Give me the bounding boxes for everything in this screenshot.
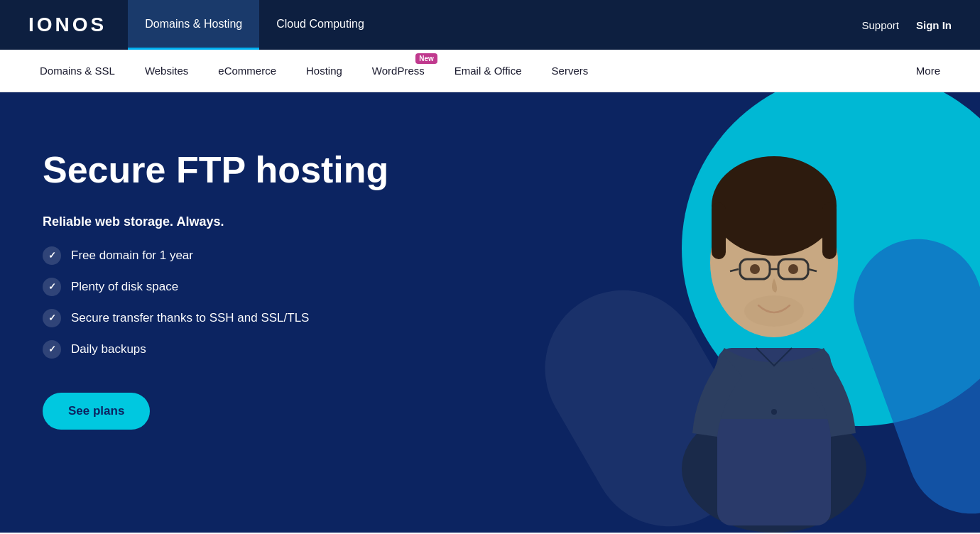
nav-item-websites[interactable]: Websites — [134, 59, 200, 82]
nav-item-wordpress[interactable]: WordPress New — [361, 59, 436, 82]
feature-item-1: Free domain for 1 year — [43, 246, 388, 265]
hero-subtitle: Reliable web storage. Always. — [43, 214, 388, 229]
hero-person-image — [639, 121, 909, 533]
see-plans-button[interactable]: See plans — [43, 393, 150, 430]
nav-item-email-office[interactable]: Email & Office — [443, 59, 533, 82]
person-svg — [639, 121, 909, 533]
feature-list: Free domain for 1 year Plenty of disk sp… — [43, 246, 388, 359]
svg-rect-5 — [822, 202, 837, 259]
svg-point-13 — [744, 295, 804, 327]
hero-content: Secure FTP hosting Reliable web storage.… — [43, 149, 388, 430]
check-icon-4 — [43, 340, 61, 359]
hero-title: Secure FTP hosting — [43, 149, 388, 192]
feature-text-2: Plenty of disk space — [71, 280, 178, 294]
feature-text-1: Free domain for 1 year — [71, 249, 193, 263]
nav-item-domains-ssl[interactable]: Domains & SSL — [28, 59, 126, 82]
secondary-navigation: Domains & SSL Websites eCommerce Hosting… — [0, 50, 980, 92]
feature-item-2: Plenty of disk space — [43, 278, 388, 296]
top-navigation: IONOS Domains & Hosting Cloud Computing … — [0, 0, 980, 50]
top-nav-tab-domains[interactable]: Domains & Hosting — [128, 0, 259, 50]
signin-button[interactable]: Sign In — [916, 19, 952, 31]
svg-point-3 — [712, 156, 837, 256]
nav-item-servers[interactable]: Servers — [540, 59, 600, 82]
support-link[interactable]: Support — [861, 19, 899, 31]
svg-point-14 — [771, 409, 777, 415]
check-icon-2 — [43, 278, 61, 296]
top-nav-right: Support Sign In — [861, 19, 952, 31]
nav-item-hosting[interactable]: Hosting — [295, 59, 354, 82]
secondary-nav-items: Domains & SSL Websites eCommerce Hosting… — [28, 59, 599, 82]
check-icon-3 — [43, 309, 61, 327]
hero-background — [483, 92, 980, 533]
svg-point-12 — [788, 264, 798, 274]
feature-item-3: Secure transfer thanks to SSH and SSL/TL… — [43, 309, 388, 327]
more-button[interactable]: More — [905, 59, 952, 82]
feature-text-3: Secure transfer thanks to SSH and SSL/TL… — [71, 311, 309, 325]
brand-logo[interactable]: IONOS — [28, 13, 107, 36]
feature-item-4: Daily backups — [43, 340, 388, 359]
top-nav-tabs: Domains & Hosting Cloud Computing — [128, 0, 381, 50]
svg-rect-4 — [712, 202, 726, 259]
top-nav-tab-cloud[interactable]: Cloud Computing — [259, 0, 381, 50]
svg-point-11 — [750, 264, 760, 274]
check-icon-1 — [43, 246, 61, 265]
nav-item-ecommerce[interactable]: eCommerce — [207, 59, 288, 82]
hero-section: Secure FTP hosting Reliable web storage.… — [0, 92, 980, 533]
feature-text-4: Daily backups — [71, 342, 146, 356]
new-badge: New — [415, 53, 437, 64]
